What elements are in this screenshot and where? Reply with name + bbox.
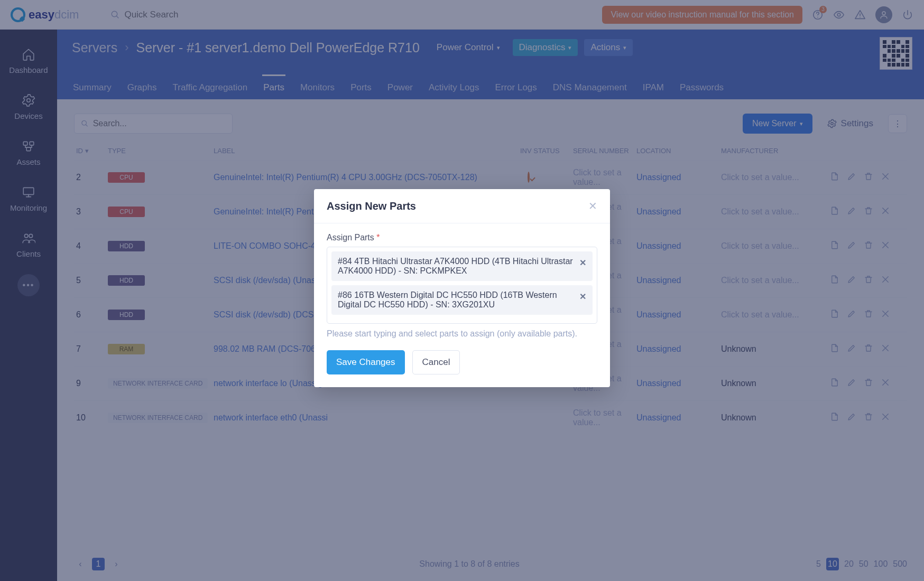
chip-label: #86 16TB Western Digital DC HC550 HDD (1… [338,290,574,310]
close-icon[interactable]: ✕ [588,200,597,212]
assign-parts-field[interactable]: #84 4TB Hitachi Ultrastar A7K4000 HDD (4… [327,247,597,324]
cancel-button[interactable]: Cancel [412,350,460,374]
modal-header: Assign New Parts ✕ [314,189,610,223]
modal-title: Assign New Parts [327,200,416,212]
modal-body: Assign Parts * #84 4TB Hitachi Ultrastar… [314,223,610,350]
chip-label: #84 4TB Hitachi Ultrastar A7K4000 HDD (4… [338,257,574,276]
field-help: Please start typing and select parts to … [327,329,597,339]
save-button[interactable]: Save Changes [327,350,405,374]
assign-parts-modal: Assign New Parts ✕ Assign Parts * #84 4T… [314,189,610,387]
field-label: Assign Parts * [327,233,597,242]
selected-part-chip: #86 16TB Western Digital DC HC550 HDD (1… [331,285,593,315]
chip-remove-icon[interactable]: ✕ [579,290,586,302]
modal-footer: Save Changes Cancel [314,350,610,387]
selected-part-chip: #84 4TB Hitachi Ultrastar A7K4000 HDD (4… [331,251,593,281]
chip-remove-icon[interactable]: ✕ [579,257,586,268]
